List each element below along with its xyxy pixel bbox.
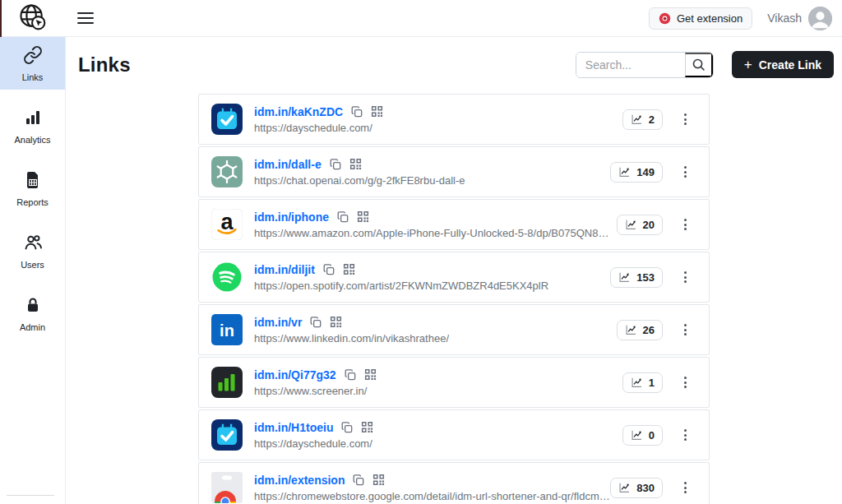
destination-url: https://dayschedule.com/ (254, 122, 383, 134)
destination-url: https://open.spotify.com/artist/2FKWNmZW… (254, 280, 548, 292)
clicks-count: 1 (649, 377, 655, 389)
create-link-button[interactable]: + Create Link (732, 51, 834, 78)
qr-code-icon[interactable] (343, 263, 355, 275)
users-icon (23, 233, 43, 256)
svg-text:a: a (220, 210, 234, 234)
copy-icon[interactable] (341, 422, 353, 433)
analytics-icon (23, 108, 43, 131)
user-menu[interactable]: Vikash (767, 7, 832, 30)
short-link[interactable]: idm.in/vr (254, 316, 302, 329)
sidebar-item-analytics[interactable]: Analytics (0, 99, 65, 152)
kebab-menu-icon[interactable] (680, 268, 691, 286)
search-button[interactable] (685, 53, 713, 77)
page-header: Links + Create Link (66, 37, 842, 88)
plus-icon: + (744, 58, 752, 72)
sidebar-item-reports[interactable]: Reports (0, 162, 65, 215)
search-group (576, 52, 714, 78)
dayschedule-favicon-icon (211, 104, 243, 135)
kebab-menu-icon[interactable] (680, 426, 691, 444)
kebab-menu-icon[interactable] (680, 321, 691, 339)
sidebar-item-label: Links (22, 72, 44, 82)
analytics-chart-icon (618, 271, 631, 284)
qr-code-icon[interactable] (361, 421, 373, 433)
kebab-menu-icon[interactable] (680, 479, 691, 497)
avatar[interactable] (808, 7, 832, 30)
clicks-count: 0 (649, 429, 655, 442)
short-link[interactable]: idm.in/diljit (254, 263, 315, 276)
main-content: Links + Create Link idm.in/kaKnZDC (66, 37, 842, 504)
copy-icon[interactable] (330, 159, 341, 170)
clicks-badge[interactable]: 20 (617, 215, 663, 235)
short-link[interactable]: idm.in/iphone (254, 210, 329, 224)
get-extension-button[interactable]: Get extension (649, 7, 752, 30)
sidebar-item-admin[interactable]: Admin (0, 287, 65, 340)
clicks-count: 2 (649, 113, 655, 126)
link-row: idm.in/dall-e https://chat.openai.com/g/… (198, 146, 710, 197)
screener-favicon-icon (211, 367, 243, 398)
destination-url: https://www.amazon.com/Apple-iPhone-Full… (254, 227, 616, 239)
dayschedule-favicon-icon (211, 419, 243, 451)
kebab-menu-icon[interactable] (680, 110, 691, 128)
page-title: Links (78, 53, 131, 76)
analytics-chart-icon (625, 219, 637, 231)
clicks-badge[interactable]: 0 (622, 425, 663, 446)
get-extension-label: Get extension (677, 12, 743, 25)
clicks-badge[interactable]: 1 (622, 372, 663, 393)
sidebar-item-label: Users (21, 260, 44, 270)
copy-icon[interactable] (353, 474, 364, 486)
clicks-count: 26 (643, 324, 655, 336)
short-link[interactable]: idm.in/H1toeiu (254, 421, 333, 434)
clicks-badge[interactable]: 153 (610, 267, 663, 288)
create-link-label: Create Link (759, 58, 821, 72)
destination-url: https://www.linkedin.com/in/vikashrathee… (254, 332, 449, 344)
link-row: idm.in/H1toeiu https://dayschedule.com/ … (198, 409, 710, 460)
sidebar-item-label: Admin (20, 322, 45, 332)
kebab-menu-icon[interactable] (680, 373, 691, 391)
sidebar-item-links[interactable]: Links (0, 37, 65, 90)
qr-code-icon[interactable] (349, 158, 362, 170)
chromestore-favicon-icon (211, 472, 243, 503)
short-link[interactable]: idm.in/kaKnZDC (254, 105, 343, 118)
links-icon (23, 45, 43, 68)
copy-icon[interactable] (310, 317, 322, 328)
clicks-badge[interactable]: 149 (610, 162, 663, 183)
link-row: idm.in/kaKnZDC https://dayschedule.com/ … (198, 94, 710, 145)
short-link[interactable]: idm.in/extension (254, 474, 345, 487)
app-logo[interactable] (0, 0, 66, 36)
sidebar-item-label: Reports (16, 197, 49, 207)
analytics-chart-icon (618, 482, 631, 494)
clicks-badge[interactable]: 2 (622, 109, 663, 130)
link-row: in idm.in/vr https://www.linkedin.com/in… (198, 304, 710, 355)
menu-toggle-icon[interactable] (77, 12, 94, 24)
chrome-extension-icon (659, 12, 671, 25)
link-list: idm.in/kaKnZDC https://dayschedule.com/ … (198, 94, 710, 504)
clicks-badge[interactable]: 830 (610, 478, 663, 498)
short-link[interactable]: idm.in/dall-e (254, 158, 322, 171)
analytics-chart-icon (631, 377, 643, 389)
search-icon (692, 58, 706, 72)
qr-code-icon[interactable] (371, 105, 383, 118)
kebab-menu-icon[interactable] (680, 215, 691, 234)
analytics-chart-icon (625, 324, 637, 336)
sidebar-bottom-divider (7, 495, 54, 496)
svg-text:in: in (220, 321, 234, 340)
clicks-badge[interactable]: 26 (617, 320, 663, 340)
copy-icon[interactable] (351, 106, 363, 118)
kebab-menu-icon[interactable] (680, 163, 691, 181)
qr-code-icon[interactable] (357, 210, 369, 223)
link-row: idm.in/extension https://chromewebstore.… (198, 462, 710, 504)
link-row: idm.in/Qi77g32 https://www.screener.in/ … (198, 357, 710, 408)
copy-icon[interactable] (337, 211, 349, 223)
qr-code-icon[interactable] (372, 474, 385, 486)
short-link[interactable]: idm.in/Qi77g32 (254, 368, 336, 381)
link-row: a idm.in/iphone https://www.amazon.com/A… (198, 199, 710, 250)
copy-icon[interactable] (345, 369, 356, 381)
linkedin-favicon-icon: in (211, 314, 243, 345)
sidebar-item-users[interactable]: Users (0, 224, 65, 277)
qr-code-icon[interactable] (364, 368, 377, 381)
reports-icon (23, 170, 43, 193)
search-input[interactable] (576, 53, 685, 77)
link-row: idm.in/diljit https://open.spotify.com/a… (198, 252, 710, 303)
qr-code-icon[interactable] (330, 316, 342, 328)
copy-icon[interactable] (323, 264, 335, 275)
